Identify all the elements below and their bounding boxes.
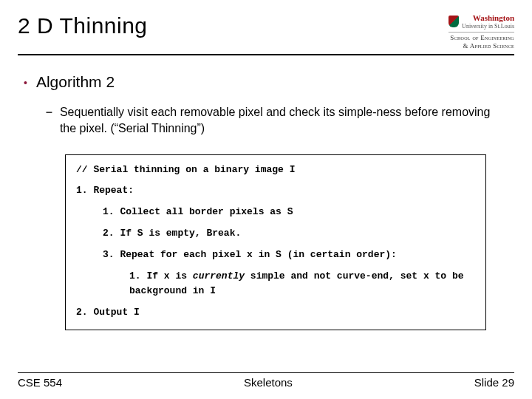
shield-icon <box>449 16 459 27</box>
footer-right: Slide 29 <box>474 376 514 389</box>
university-logo: Washington University in St.Louis School… <box>449 13 514 50</box>
school-line2: & Applied Science <box>463 42 514 50</box>
code-line: // Serial thinning on a binary image I <box>76 163 475 178</box>
bullet-level1: • Algorithm 2 <box>24 73 508 92</box>
university-name: Washington <box>462 13 514 23</box>
bullet2-text: Sequentially visit each removable pixel … <box>60 104 508 136</box>
university-sub: University in St.Louis <box>462 23 514 30</box>
footer: CSE 554 Skeletons Slide 29 <box>18 372 514 389</box>
code-span: 1. If x is <box>129 270 193 282</box>
footer-center: Skeletons <box>244 376 293 389</box>
header: 2 D Thinning Washington University in St… <box>18 13 514 55</box>
code-line: 2. If S is empty, Break. <box>76 226 475 242</box>
school-line1: School of Engineering <box>450 34 514 41</box>
footer-left: CSE 554 <box>18 376 62 389</box>
code-line: 3. Repeat for each pixel x in S (in cert… <box>76 248 475 263</box>
code-line: 2. Output I <box>76 305 475 321</box>
code-line: 1. Collect all border pixels as S <box>76 205 475 220</box>
bullet1-text: Algorithm 2 <box>36 73 115 92</box>
bullet-dash-icon: – <box>46 104 52 136</box>
slide-body: • Algorithm 2 – Sequentially visit each … <box>18 55 514 330</box>
code-line: 1. Repeat: <box>76 183 475 199</box>
code-italic: currently <box>193 270 245 282</box>
bullet-level2: – Sequentially visit each removable pixe… <box>46 104 508 136</box>
code-line: 1. If x is currently simple and not curv… <box>76 269 475 300</box>
logo-text: Washington University in St.Louis <box>462 13 514 30</box>
slide-title: 2 D Thinning <box>18 13 148 38</box>
bullet-dot-icon: • <box>24 73 27 92</box>
slide: 2 D Thinning Washington University in St… <box>0 0 532 399</box>
school-name: School of Engineering & Applied Science <box>449 32 514 50</box>
logo-top-row: Washington University in St.Louis <box>449 13 514 30</box>
algorithm-code-box: // Serial thinning on a binary image I 1… <box>65 154 486 330</box>
